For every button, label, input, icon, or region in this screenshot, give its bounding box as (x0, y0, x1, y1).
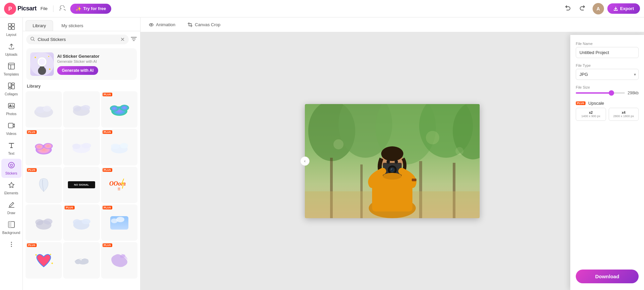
upscale-x2-option[interactable]: x2 1400 x 900 px (576, 108, 606, 121)
file-name-input[interactable] (576, 47, 639, 58)
svg-point-20 (11, 244, 12, 245)
sidebar-item-layout[interactable]: Layout (1, 20, 22, 39)
svg-text:!!: !! (118, 187, 120, 191)
sidebar-item-stickers[interactable]: Stickers (1, 159, 22, 178)
file-name-field: File Name (576, 42, 639, 58)
stickers-label: Stickers (5, 172, 17, 175)
file-size-field: File Size 298kb (576, 85, 639, 95)
export-button[interactable]: Export (607, 3, 640, 14)
text-label: Text (8, 152, 14, 155)
sticker-item[interactable]: PLUS (101, 91, 137, 128)
sticker-item[interactable] (63, 129, 99, 165)
svg-rect-9 (12, 85, 14, 89)
elements-label: Elements (4, 191, 18, 195)
sticker-item[interactable]: PLUS (101, 129, 137, 165)
animation-label: Animation (156, 22, 175, 27)
sidebar-item-background[interactable]: Background (1, 218, 22, 237)
upscale-label: Upscale (588, 101, 604, 106)
svg-text:P: P (8, 6, 12, 12)
more-icon (8, 241, 15, 250)
user-avatar[interactable]: A (593, 3, 604, 14)
library-label: Library (23, 82, 140, 90)
plus-badge: PLUS (103, 168, 112, 172)
sidebar-item-elements[interactable]: Elements (1, 179, 22, 198)
templates-icon (8, 62, 15, 71)
sidebar-item-more[interactable] (1, 238, 22, 252)
redo-button[interactable] (576, 3, 589, 14)
sidebar-item-draw[interactable]: Draw (1, 198, 22, 218)
sticker-item[interactable]: PLUS (101, 204, 137, 241)
sticker-item[interactable]: PLUS OOom !! (101, 167, 137, 203)
videos-label: Videos (6, 132, 16, 136)
ai-preview-image (30, 52, 54, 76)
divider (53, 5, 53, 12)
file-size-slider[interactable] (576, 92, 625, 94)
generate-ai-button[interactable]: Generate with AI (57, 66, 98, 75)
sidebar-item-photos[interactable]: Photos (1, 99, 22, 118)
sticker-item[interactable] (26, 91, 62, 128)
sticker-item[interactable]: NO SIGNAL (63, 167, 99, 203)
export-label: Export (620, 6, 634, 11)
svg-rect-4 (8, 27, 11, 30)
try-free-button[interactable]: ✨ Try for free (70, 4, 112, 14)
sidebar-item-uploads[interactable]: Uploads (1, 40, 22, 59)
sticker-item[interactable]: PLUS (101, 242, 137, 278)
svg-rect-13 (8, 123, 13, 128)
svg-point-45 (82, 143, 91, 148)
file-menu[interactable]: File (41, 6, 48, 11)
svg-point-33 (43, 106, 51, 112)
plus-badge: PLUS (103, 93, 112, 96)
sticker-item[interactable] (26, 204, 62, 241)
upscale-x4-badge: x4 (610, 111, 637, 114)
tab-my-stickers[interactable]: My stickers (54, 20, 90, 31)
sticker-item[interactable]: PLUS (63, 204, 99, 241)
stickers-grid: PLUS PLUS (23, 90, 140, 280)
sticker-item[interactable] (63, 91, 99, 128)
file-type-select-wrapper: JPG PNG PDF MP4 ▾ (576, 69, 639, 80)
svg-point-38 (110, 105, 119, 111)
plus-badge: PLUS (103, 130, 112, 134)
canvas-crop-button[interactable]: Canvas Crop (185, 21, 223, 29)
collapse-panel-button[interactable]: ‹ (300, 156, 310, 166)
logo[interactable]: P Picsart (4, 3, 37, 15)
search-box[interactable]: ✕ (26, 35, 129, 44)
file-size-row: 298kb (576, 91, 639, 95)
sidebar-item-collages[interactable]: Collages (1, 80, 22, 99)
sticker-item[interactable]: PLUS ✦ ✦ ✦ (26, 242, 62, 278)
sticker-item[interactable] (63, 242, 99, 278)
background-label: Background (2, 231, 20, 235)
svg-rect-5 (12, 27, 14, 30)
sidebar-item-videos[interactable]: Videos (1, 119, 22, 138)
sidebar-item-templates[interactable]: Templates (1, 60, 22, 79)
svg-point-41 (35, 144, 44, 150)
upscale-x4-option[interactable]: x4 2800 x 1800 px (609, 108, 639, 121)
animation-button[interactable]: Animation (146, 21, 178, 29)
ai-title: AI Sticker Generator (57, 54, 133, 59)
tab-library[interactable]: Library (26, 20, 53, 31)
svg-rect-11 (8, 103, 14, 108)
svg-point-14 (8, 162, 14, 168)
file-type-select[interactable]: JPG PNG PDF MP4 (576, 69, 639, 80)
filter-icon[interactable] (131, 37, 137, 43)
search-bar: ✕ (23, 31, 140, 46)
sticker-item[interactable]: PLUS (26, 167, 62, 203)
sticker-item[interactable]: PLUS (26, 129, 62, 165)
stickers-panel: Library My stickers ✕ (23, 17, 140, 290)
topbar-right: A Export (593, 3, 640, 14)
svg-rect-8 (12, 83, 14, 85)
search-input[interactable] (38, 37, 118, 42)
canvas-image[interactable] (305, 104, 480, 218)
ai-banner-content: AI Sticker Generator Generate Sticker wi… (57, 54, 133, 75)
layout-label: Layout (6, 33, 16, 37)
svg-point-77 (455, 147, 464, 155)
clear-search-button[interactable]: ✕ (120, 37, 125, 42)
uploads-icon (8, 43, 15, 52)
sidebar-item-text[interactable]: Text (1, 139, 22, 158)
canvas-wrapper[interactable]: ‹ (140, 32, 644, 290)
upscale-options: x2 1400 x 900 px x4 2800 x 1800 px (576, 108, 639, 121)
cloud-save-icon[interactable] (59, 5, 66, 12)
undo-button[interactable] (562, 3, 574, 14)
svg-point-48 (120, 143, 128, 148)
upscale-section: PLUS Upscale x2 1400 x 900 px x4 2800 x … (576, 101, 639, 121)
download-button[interactable]: Download (576, 270, 639, 283)
